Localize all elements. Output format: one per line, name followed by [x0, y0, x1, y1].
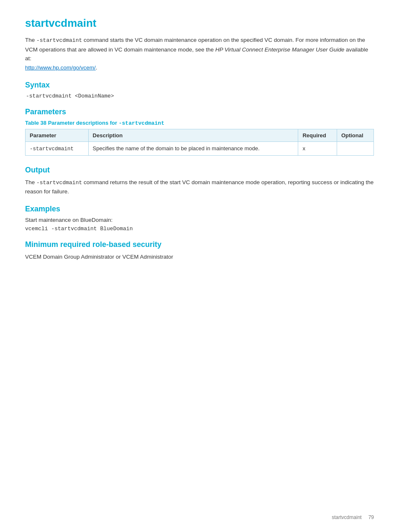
table-row: -startvcdmaint Specifies the name of the…: [26, 141, 374, 155]
cell-description: Specifies the name of the domain to be p…: [88, 141, 298, 155]
security-text: VCEM Domain Group Administrator or VCEM …: [25, 252, 374, 262]
param-code: -startvcdmaint: [30, 146, 74, 152]
table-header-row: Parameter Description Required Optional: [26, 129, 374, 141]
footer-page: 79: [368, 514, 374, 520]
min-security-heading: Minimum required role-based security: [25, 240, 374, 249]
output-paragraph: The -startvcdmaint command returns the r…: [25, 178, 374, 196]
output-text-before: The: [25, 179, 36, 185]
cell-parameter: -startvcdmaint: [26, 141, 89, 155]
page-footer: startvcdmaint 79: [332, 514, 374, 520]
col-header-optional: Optional: [337, 129, 373, 141]
intro-code1: -startvcdmaint: [36, 37, 82, 44]
table-caption-text: Table 38 Parameter descriptions for: [25, 120, 119, 126]
cell-optional: [337, 141, 373, 155]
output-code: -startvcdmaint: [36, 180, 82, 186]
cell-required: x: [298, 141, 337, 155]
examples-code: vcemcli -startvcdmaint BlueDomain: [25, 226, 374, 232]
examples-intro: Start maintenance on BlueDomain:: [25, 217, 374, 223]
footer-label: startvcdmaint: [332, 514, 361, 520]
intro-text-before: The: [25, 37, 36, 43]
col-header-required: Required: [298, 129, 337, 141]
table-caption-code: -startvcdmaint: [119, 120, 164, 126]
output-heading: Output: [25, 166, 374, 175]
parameters-heading: Parameters: [25, 108, 374, 116]
col-header-parameter: Parameter: [26, 129, 89, 141]
examples-heading: Examples: [25, 205, 374, 213]
syntax-heading: Syntax: [25, 81, 374, 90]
parameters-table: Parameter Description Required Optional …: [25, 129, 374, 156]
page-title: startvcdmaint: [25, 17, 374, 30]
syntax-code: -startvcdmaint <DomainName>: [26, 93, 374, 99]
col-header-description: Description: [88, 129, 298, 141]
table-caption: Table 38 Parameter descriptions for -sta…: [25, 120, 374, 126]
intro-period: .: [96, 64, 97, 71]
intro-link[interactable]: http://www.hp.com/go/vcem/: [25, 64, 96, 71]
intro-paragraph: The -startvcdmaint command starts the VC…: [25, 36, 374, 72]
intro-italic: HP Virtual Connect Enterprise Manager Us…: [215, 46, 344, 53]
